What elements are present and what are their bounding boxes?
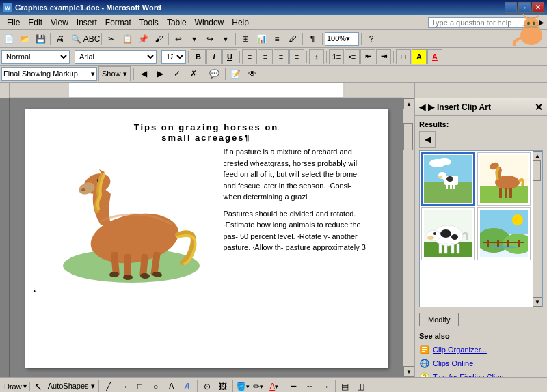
insert-table-button[interactable]: ⊞ (238, 31, 253, 46)
style-dropdown[interactable]: Normal (1, 50, 70, 64)
clip-item-2[interactable] (477, 152, 531, 206)
dash-style-button[interactable]: ╌ (302, 379, 317, 393)
select-tool[interactable]: ↖ (31, 379, 46, 393)
line-dropdown-icon[interactable]: ▾ (260, 383, 263, 390)
textbox-tool[interactable]: A (164, 379, 179, 393)
arrow-tool[interactable]: → (117, 379, 132, 393)
minimize-button[interactable]: ─ (505, 2, 517, 13)
help-icon-button[interactable]: ? (364, 31, 379, 46)
arrow-style-button[interactable]: → (318, 379, 333, 393)
zoom-dropdown[interactable]: 100%▾ (325, 32, 359, 46)
font-color-dropdown-icon[interactable]: ▾ (275, 383, 278, 390)
numbered-list-button[interactable]: 1≡ (329, 49, 344, 64)
panel-nav-forward[interactable]: ▶ (428, 102, 434, 112)
accept-change-button[interactable]: ✓ (170, 66, 185, 81)
font-color-draw-button[interactable]: A ▾ (267, 379, 282, 393)
panel-scroll-down[interactable]: ▼ (533, 297, 542, 307)
scroll-down-button[interactable]: ▼ (403, 366, 414, 377)
scroll-thumb[interactable] (403, 123, 413, 150)
scroll-track[interactable] (403, 109, 414, 366)
new-button[interactable]: 📄 (1, 31, 16, 46)
copy-button[interactable]: 📋 (120, 31, 135, 46)
outside-border-button[interactable]: □ (396, 49, 411, 64)
cut-button[interactable]: ✂ (104, 31, 119, 46)
diagram-tool[interactable]: ⊙ (200, 379, 215, 393)
rect-tool[interactable]: □ (133, 379, 148, 393)
track-changes-button[interactable]: 📝 (228, 66, 243, 81)
align-left-button[interactable]: ≡ (242, 49, 257, 64)
clip-item-1[interactable] (421, 152, 475, 206)
shadow-button[interactable]: ▤ (338, 379, 353, 393)
panel-close-icon[interactable]: ✕ (535, 102, 543, 113)
bold-button[interactable]: B (191, 49, 206, 64)
highlight-button[interactable]: A (412, 49, 427, 64)
reject-change-button[interactable]: ✗ (186, 66, 201, 81)
increase-indent-button[interactable]: ⇥ (376, 49, 391, 64)
panel-nav-back[interactable]: ◀ (419, 102, 425, 112)
next-change-button[interactable]: ▶ (153, 66, 168, 81)
restore-button[interactable]: ▫ (518, 2, 531, 13)
scroll-up-button[interactable]: ▲ (403, 98, 414, 109)
wordart-tool[interactable]: A (180, 379, 195, 393)
redo-button[interactable]: ↪ (202, 31, 217, 46)
see-also-clips-online[interactable]: Clips Online (419, 356, 543, 370)
undo-dropdown[interactable]: ▾ (187, 31, 202, 46)
open-button[interactable]: 📂 (17, 31, 32, 46)
menu-help[interactable]: Help (228, 16, 253, 29)
draw-dropdown-icon[interactable]: ▾ (23, 382, 27, 390)
modify-button[interactable]: Modify (419, 313, 459, 326)
autoshapes-button[interactable]: AutoShapes ▾ (46, 382, 96, 391)
drawing-button[interactable]: 🖊 (285, 31, 300, 46)
panel-scroll-up[interactable]: ▲ (533, 151, 542, 160)
document-container[interactable]: • Tips on grazing horses onsmall acreage… (10, 98, 403, 377)
decrease-indent-button[interactable]: ⇤ (360, 49, 375, 64)
new-comment-button[interactable]: 💬 (207, 66, 222, 81)
show-hide-button[interactable]: ¶ (305, 31, 320, 46)
align-right-button[interactable]: ≡ (274, 49, 289, 64)
see-also-clip-organizer[interactable]: Clip Organizer... (419, 343, 543, 356)
save-button[interactable]: 💾 (33, 31, 48, 46)
insert-excel-button[interactable]: 📊 (254, 31, 269, 46)
menu-edit[interactable]: Edit (24, 16, 46, 29)
print-button[interactable]: 🖨 (53, 31, 68, 46)
menu-insert[interactable]: Insert (72, 16, 101, 29)
results-back-button[interactable]: ◀ (419, 131, 436, 148)
undo-button[interactable]: ↩ (171, 31, 186, 46)
menu-file[interactable]: File (3, 16, 24, 29)
clip-item-4[interactable] (477, 207, 531, 260)
line-color-button[interactable]: ✏ ▾ (251, 379, 266, 393)
prev-change-button[interactable]: ◀ (137, 66, 152, 81)
close-button[interactable]: ✕ (532, 2, 544, 13)
panel-scrollbar[interactable]: ▲ ▼ (533, 151, 542, 307)
menu-window[interactable]: Window (191, 16, 228, 29)
columns-button[interactable]: ≡ (269, 31, 284, 46)
spell-check-button[interactable]: ABC (84, 31, 99, 46)
size-dropdown[interactable]: 12 (161, 50, 186, 64)
print-preview-button[interactable]: 🔍 (68, 31, 83, 46)
paste-button[interactable]: 📌 (135, 31, 150, 46)
markup-mode-dropdown[interactable]: Final Showing Markup ▾ (1, 67, 97, 81)
menu-view[interactable]: View (46, 16, 72, 29)
font-dropdown[interactable]: Arial (75, 50, 157, 64)
see-also-tips[interactable]: ? Tips for Finding Clips (419, 370, 543, 377)
menu-format[interactable]: Format (101, 16, 135, 29)
justify-button[interactable]: ≡ (289, 49, 304, 64)
line-tool[interactable]: ╱ (101, 379, 116, 393)
show-button[interactable]: Show ▾ (98, 66, 131, 81)
panel-scroll-thumb[interactable] (533, 160, 541, 181)
menu-table[interactable]: Table (163, 16, 191, 29)
redo-dropdown[interactable]: ▾ (218, 31, 233, 46)
3d-button[interactable]: ◫ (353, 379, 369, 393)
vertical-scrollbar[interactable]: ▲ ▼ (403, 98, 414, 377)
show-markup-button[interactable]: 👁 (245, 66, 260, 81)
font-color-button[interactable]: A (427, 49, 442, 64)
fill-dropdown-icon[interactable]: ▾ (246, 383, 250, 390)
underline-button[interactable]: U (222, 49, 237, 64)
fill-color-button[interactable]: 🪣 ▾ (235, 379, 250, 393)
format-painter-button[interactable]: 🖌 (151, 31, 166, 46)
line-spacing-button[interactable]: ↕ (309, 49, 324, 64)
oval-tool[interactable]: ○ (148, 379, 163, 393)
line-style-button[interactable]: ━ (286, 379, 302, 393)
menu-tools[interactable]: Tools (135, 16, 163, 29)
italic-button[interactable]: I (206, 49, 222, 64)
